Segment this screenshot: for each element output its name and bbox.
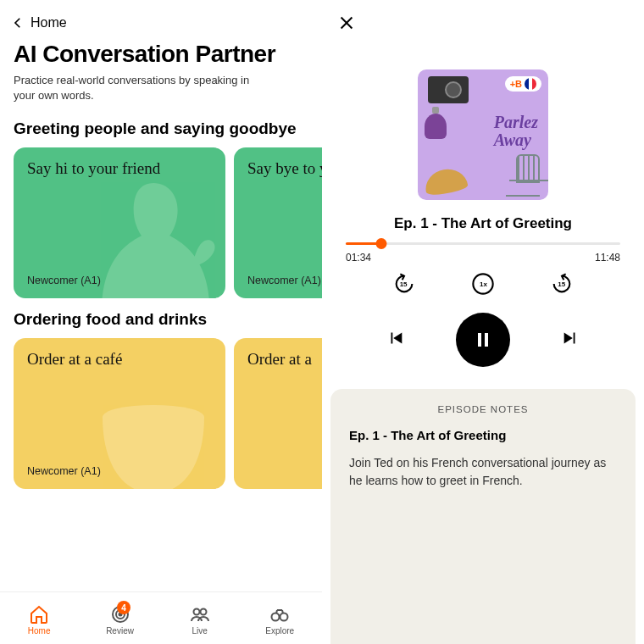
nav-label: Explore bbox=[265, 626, 294, 636]
speed-button[interactable]: 1x bbox=[471, 272, 495, 299]
greeting-card-row[interactable]: Say hi to your friend Newcomer (A1) Say … bbox=[0, 147, 322, 298]
nav-live[interactable]: Live bbox=[190, 604, 210, 636]
nav-label: Review bbox=[106, 626, 134, 636]
card-level: Newcomer (A1) bbox=[27, 465, 212, 477]
svg-point-4 bbox=[193, 609, 199, 615]
episode-title: Ep. 1 - The Art of Greeting bbox=[322, 210, 644, 242]
back-label: Home bbox=[31, 15, 67, 31]
podcast-player-screen: +B ParlezAway Ep. 1 - The Art of Greetin… bbox=[322, 0, 644, 644]
perfume-icon bbox=[425, 114, 447, 139]
podcast-name: ParlezAway bbox=[494, 114, 538, 149]
people-icon bbox=[190, 604, 210, 625]
nav-label: Live bbox=[192, 626, 207, 636]
episode-notes-panel[interactable]: EPISODE NOTES Ep. 1 - The Art of Greetin… bbox=[330, 389, 636, 644]
progress-thumb[interactable] bbox=[376, 238, 387, 249]
card-order-2[interactable]: Order at a bbox=[234, 338, 322, 489]
card-level: Newcomer (A1) bbox=[247, 275, 322, 286]
notes-heading: EPISODE NOTES bbox=[349, 404, 617, 428]
home-icon bbox=[29, 604, 49, 625]
card-title: Say bye to your teach bbox=[247, 159, 322, 178]
chevron-left-icon bbox=[10, 15, 25, 31]
rewind-amount: 15 bbox=[400, 280, 408, 288]
nav-explore[interactable]: Explore bbox=[265, 604, 294, 636]
svg-point-7 bbox=[280, 613, 288, 621]
card-title: Order at a café bbox=[27, 350, 212, 369]
skip-previous-icon bbox=[386, 329, 405, 347]
next-track-button[interactable] bbox=[561, 329, 580, 351]
rewind-15-button[interactable]: 15 bbox=[392, 272, 416, 299]
back-button[interactable]: Home bbox=[0, 0, 322, 37]
card-order-cafe[interactable]: Order at a café Newcomer (A1) bbox=[14, 338, 225, 489]
card-title: Order at a bbox=[247, 350, 322, 369]
binoculars-icon bbox=[269, 604, 290, 625]
podcast-cover: +B ParlezAway bbox=[418, 69, 548, 200]
french-flag-icon bbox=[525, 78, 536, 90]
notes-episode-title: Ep. 1 - The Art of Greeting bbox=[349, 428, 617, 454]
svg-rect-11 bbox=[478, 333, 481, 347]
svg-point-5 bbox=[200, 609, 206, 615]
close-icon bbox=[337, 14, 356, 32]
progress-bar[interactable] bbox=[346, 242, 620, 245]
notes-body: Join Ted on his French conversational jo… bbox=[349, 454, 617, 490]
chair-icon bbox=[506, 154, 540, 197]
conversation-partner-screen: Home AI Conversation Partner Practice re… bbox=[0, 0, 322, 644]
speed-value: 1x bbox=[480, 280, 487, 288]
pause-icon bbox=[473, 330, 493, 350]
time-elapsed: 01:34 bbox=[346, 252, 371, 264]
camera-icon bbox=[428, 76, 469, 103]
forward-15-button[interactable]: 15 bbox=[550, 272, 574, 299]
skip-next-icon bbox=[561, 329, 580, 347]
brand-text: +B bbox=[510, 79, 522, 89]
croissant-icon bbox=[423, 166, 469, 197]
pause-button[interactable] bbox=[456, 313, 510, 367]
svg-point-6 bbox=[272, 613, 280, 621]
section-greeting-heading: Greeting people and saying goodbye bbox=[0, 114, 322, 147]
page-title: AI Conversation Partner bbox=[0, 37, 322, 71]
card-level: Newcomer (A1) bbox=[27, 275, 212, 286]
nav-label: Home bbox=[28, 626, 51, 636]
section-ordering-heading: Ordering food and drinks bbox=[0, 298, 322, 338]
ordering-card-row[interactable]: Order at a café Newcomer (A1) Order at a bbox=[0, 338, 322, 489]
time-total: 11:48 bbox=[595, 252, 620, 264]
card-say-hi[interactable]: Say hi to your friend Newcomer (A1) bbox=[14, 147, 225, 298]
review-badge: 4 bbox=[117, 601, 130, 614]
close-button[interactable] bbox=[322, 0, 644, 36]
svg-rect-12 bbox=[485, 333, 488, 347]
previous-track-button[interactable] bbox=[386, 329, 405, 351]
brand-badge: +B bbox=[505, 76, 541, 92]
nav-home[interactable]: Home bbox=[28, 604, 51, 636]
card-title: Say hi to your friend bbox=[27, 159, 212, 178]
card-say-bye[interactable]: Say bye to your teach Newcomer (A1) bbox=[234, 147, 322, 298]
forward-amount: 15 bbox=[558, 280, 565, 288]
nav-review[interactable]: 4 Review bbox=[106, 604, 134, 636]
page-subtitle: Practice real-world conversations by spe… bbox=[0, 71, 271, 114]
bottom-nav: Home 4 Review Live Explore bbox=[0, 591, 322, 644]
